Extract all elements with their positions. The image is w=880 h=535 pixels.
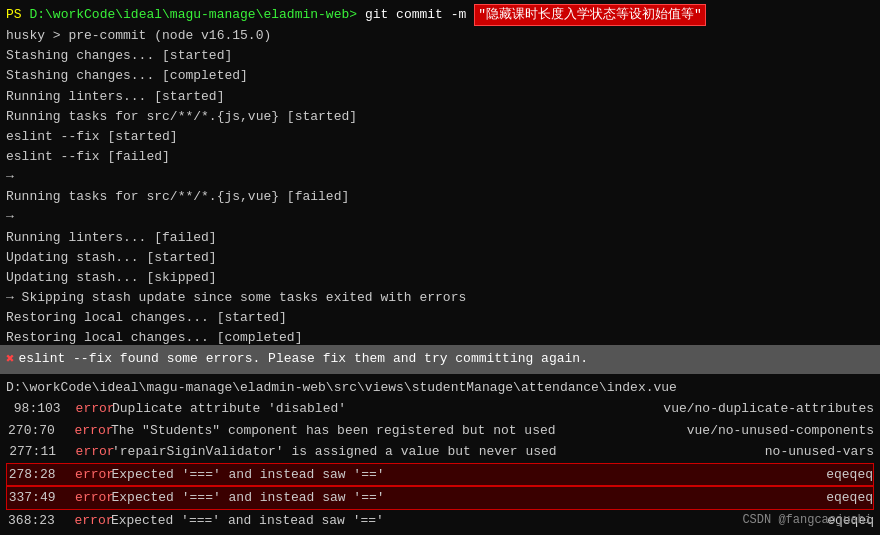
err6-msg: Expected '===' and instead saw '==' (111, 510, 649, 531)
errors-section: D:\workCode\ideal\magu-manage\eladmin-we… (0, 374, 880, 535)
error-banner-text: eslint --fix found some errors. Please f… (18, 349, 588, 370)
output-line-11: Updating stash... [skipped] (6, 268, 874, 288)
output-line-13: Restoring local changes... [started] (6, 308, 874, 328)
file-path: D:\workCode\ideal\magu-manage\eladmin-we… (6, 378, 874, 399)
cmd-flag: -m (451, 5, 467, 25)
output-line-12: → Skipping stash update since some tasks… (6, 288, 874, 308)
cmd-message: "隐藏课时长度入学状态等设初始值等" (474, 4, 706, 26)
cmd-space (443, 5, 451, 25)
err1-loc: 98:103 (6, 398, 60, 419)
output-line-10: Updating stash... [started] (6, 248, 874, 268)
err5-msg: Expected '===' and instead saw '==' (112, 487, 650, 508)
err2-type: error (59, 420, 111, 441)
err1-rule: vue/no-duplicate-attributes (644, 398, 874, 419)
output-line-3: Stashing changes... [completed] (6, 66, 874, 86)
cmd-space2 (466, 5, 474, 25)
err4-rule: eqeqeq (650, 464, 873, 485)
output-line-6: eslint --fix [started] (6, 127, 874, 147)
prompt-ps: PS (6, 5, 22, 25)
err3-msg: 'repairSiginValidator' is assigned a val… (112, 441, 644, 462)
cmd-git: git commit (365, 5, 443, 25)
output-line-4: Running linters... [started] (6, 87, 874, 107)
output-line-2: Stashing changes... [started] (6, 46, 874, 66)
output-line-8: Running tasks for src/**/*.{js,vue} [fai… (6, 187, 874, 207)
error-row-3: 277:11 error 'repairSiginValidator' is a… (6, 441, 874, 462)
err4-msg: Expected '===' and instead saw '==' (112, 464, 650, 485)
terminal-window: PS D:\workCode\ideal\magu-manage\eladmin… (0, 0, 880, 535)
error-row-2: 270:70 error The "Students" component ha… (6, 420, 874, 441)
output-line-arrow2: → (6, 207, 874, 227)
error-row-5: 337:49 error Expected '===' and instead … (6, 486, 874, 509)
prompt-space (22, 5, 30, 25)
error-x-icon: ✖ (6, 348, 14, 370)
output-line-arrow1: → (6, 167, 874, 187)
err3-rule: no-unused-vars (644, 441, 874, 462)
prompt-line: PS D:\workCode\ideal\magu-manage\eladmin… (6, 4, 874, 26)
error-banner: ✖ eslint --fix found some errors. Please… (0, 345, 880, 373)
error-table: 98:103 error Duplicate attribute 'disabl… (6, 398, 874, 531)
error-row-4: 278:28 error Expected '===' and instead … (6, 463, 874, 486)
err6-loc: 368:23 (6, 510, 59, 531)
err2-loc: 270:70 (6, 420, 59, 441)
error-row-1: 98:103 error Duplicate attribute 'disabl… (6, 398, 874, 419)
err5-loc: 337:49 (7, 487, 60, 508)
err2-rule: vue/no-unused-components (649, 420, 874, 441)
err3-type: error (60, 441, 112, 462)
err1-msg: Duplicate attribute 'disabled' (112, 398, 644, 419)
err3-loc: 277:11 (6, 441, 60, 462)
output-line-7: eslint --fix [failed] (6, 147, 874, 167)
err4-type: error (60, 464, 112, 485)
watermark: CSDN @fangcaojushi (742, 513, 872, 527)
err4-loc: 278:28 (7, 464, 60, 485)
prompt-space2 (357, 5, 365, 25)
err2-msg: The "Students" component has been regist… (111, 420, 649, 441)
err5-type: error (60, 487, 112, 508)
err1-type: error (60, 398, 112, 419)
prompt-path: D:\workCode\ideal\magu-manage\eladmin-we… (29, 5, 357, 25)
err5-rule: eqeqeq (650, 487, 873, 508)
output-line-9: Running linters... [failed] (6, 228, 874, 248)
output-line-5: Running tasks for src/**/*.{js,vue} [sta… (6, 107, 874, 127)
err6-type: error (59, 510, 111, 531)
output-line-1: husky > pre-commit (node v16.15.0) (6, 26, 874, 46)
terminal-output: PS D:\workCode\ideal\magu-manage\eladmin… (0, 0, 880, 345)
output-line-14: Restoring local changes... [completed] (6, 328, 874, 345)
